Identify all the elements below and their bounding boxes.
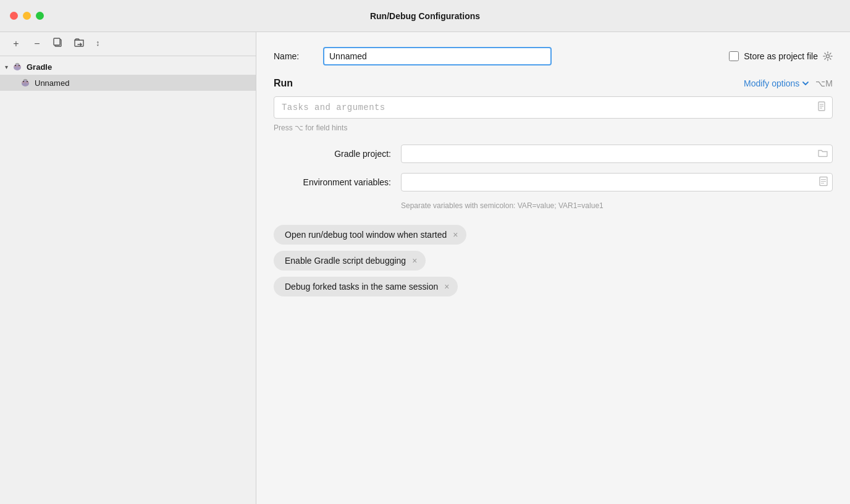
sort-icon: ↕ [95, 37, 106, 51]
content-area: Name: Store as project file Run M [256, 32, 850, 504]
svg-point-6 [15, 65, 16, 66]
tree-item-unnamed[interactable]: Unnamed [0, 75, 256, 91]
store-project-checkbox[interactable] [729, 51, 739, 61]
modify-options-label: Modify options [744, 78, 799, 88]
copy-config-button[interactable] [49, 37, 67, 51]
minimize-button[interactable] [23, 12, 31, 20]
chevron-down-icon: ▾ [5, 64, 8, 70]
add-config-button[interactable]: + [7, 37, 25, 51]
folder-icon [818, 149, 828, 159]
tag-close-2[interactable]: × [444, 282, 449, 291]
tag-pill-1: Enable Gradle script debugging × [274, 251, 426, 271]
tasks-input-wrapper [274, 96, 833, 119]
name-label: Name: [274, 51, 323, 61]
tag-label-0: Open run/debug tool window when started [285, 230, 447, 240]
gradle-item-icon [20, 77, 31, 88]
env-vars-hint: Separate variables with semicolon: VAR=v… [401, 201, 833, 210]
env-vars-label: Environment variables: [274, 177, 391, 187]
close-button[interactable] [10, 12, 18, 20]
tag-pill-0: Open run/debug tool window when started … [274, 225, 466, 245]
store-project-label: Store as project file [744, 51, 818, 61]
gradle-project-input[interactable] [401, 145, 833, 163]
modify-options-shortcut: ⌥M [815, 78, 833, 88]
run-section: Run Modify options ⌥M [274, 78, 833, 132]
field-hint: Press ⌥ for field hints [274, 124, 833, 132]
title-bar: Run/Debug Configurations [0, 0, 850, 32]
sort-button[interactable]: ↕ [91, 37, 109, 51]
env-vars-row: Environment variables: [274, 173, 833, 191]
svg-point-7 [19, 65, 20, 66]
svg-text:↕: ↕ [96, 38, 100, 48]
gradle-group-icon [12, 61, 23, 72]
tree-item-label: Unnamed [35, 78, 69, 88]
document-icon [817, 101, 827, 114]
plus-icon: + [13, 38, 19, 49]
window-title: Run/Debug Configurations [370, 11, 480, 21]
tags-section: Open run/debug tool window when started … [274, 225, 833, 296]
remove-config-button[interactable]: − [28, 37, 46, 51]
gradle-project-label: Gradle project: [274, 149, 391, 159]
svg-rect-1 [54, 38, 60, 45]
gear-icon-button[interactable] [823, 51, 833, 61]
chevron-down-icon [802, 80, 809, 87]
modify-options-area: Modify options ⌥M [744, 78, 833, 88]
modify-options-button[interactable]: Modify options [744, 78, 809, 88]
svg-point-12 [27, 81, 28, 82]
run-title: Run [274, 78, 293, 89]
tree-group-gradle[interactable]: ▾ Gradle [0, 59, 256, 75]
env-vars-input[interactable] [401, 173, 833, 191]
copy-icon [53, 37, 64, 51]
tag-label-1: Enable Gradle script debugging [285, 256, 406, 266]
tag-close-0[interactable]: × [453, 230, 458, 239]
run-header: Run Modify options ⌥M [274, 78, 833, 89]
tag-close-1[interactable]: × [412, 256, 417, 265]
window-controls [10, 12, 44, 20]
folder-move-icon [74, 37, 85, 51]
name-input[interactable] [323, 47, 552, 65]
main-layout: + − [0, 32, 850, 504]
tasks-input[interactable] [274, 96, 833, 119]
gradle-project-row: Gradle project: [274, 145, 833, 163]
maximize-button[interactable] [36, 12, 44, 20]
env-doc-icon [819, 177, 828, 188]
minus-icon: − [34, 38, 40, 49]
svg-point-11 [23, 81, 24, 82]
name-row: Name: Store as project file [274, 47, 833, 65]
env-vars-input-wrapper [401, 173, 833, 191]
move-config-button[interactable] [70, 37, 88, 51]
svg-point-13 [827, 55, 830, 58]
sidebar-toolbar: + − [0, 32, 256, 56]
store-project-area: Store as project file [729, 51, 833, 61]
sidebar: + − [0, 32, 256, 504]
tree-group-label: Gradle [27, 62, 52, 72]
gradle-project-input-wrapper [401, 145, 833, 163]
sidebar-tree: ▾ Gradle [0, 56, 256, 504]
tag-pill-2: Debug forked tasks in the same session × [274, 277, 458, 296]
tag-label-2: Debug forked tasks in the same session [285, 282, 438, 292]
